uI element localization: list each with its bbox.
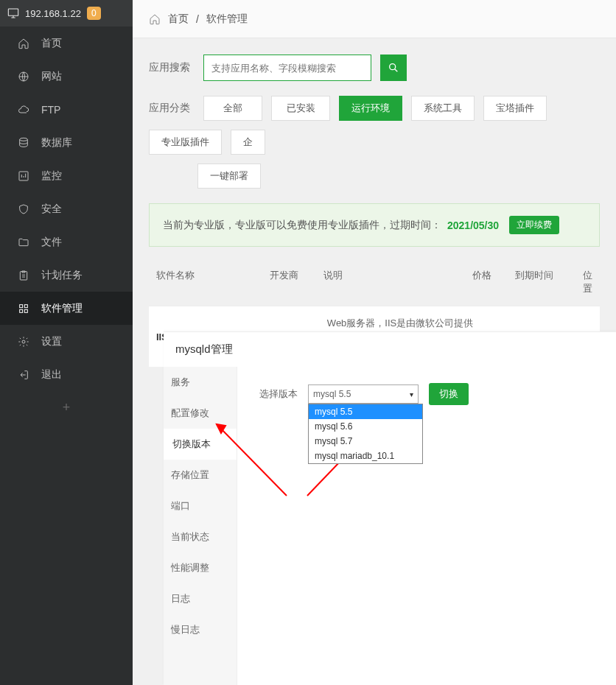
sidebar-item-software[interactable]: 软件管理 (0, 292, 133, 325)
sidebar-item-label: 文件 (41, 236, 62, 249)
sidebar-item-files[interactable]: 文件 (0, 225, 133, 259)
gear-icon (18, 336, 29, 348)
svg-rect-5 (20, 304, 23, 307)
breadcrumb-current: 软件管理 (206, 13, 248, 26)
sidebar-item-label: 网站 (41, 70, 62, 83)
modal-nav-service[interactable]: 服务 (164, 367, 237, 398)
svg-rect-8 (24, 309, 27, 312)
sidebar: 192.168.1.22 0 首页 网站 FTP 数据库 监控 安全 文件 计划… (0, 0, 133, 685)
home-icon (149, 13, 161, 25)
shield-icon (18, 203, 29, 215)
modal-nav-slowlog[interactable]: 慢日志 (164, 614, 237, 645)
th-price: 价格 (472, 269, 515, 295)
breadcrumb-home[interactable]: 首页 (168, 13, 189, 26)
search-icon (388, 62, 399, 74)
modal-nav: 服务 配置修改 切换版本 存储位置 端口 当前状态 性能调整 日志 慢日志 (164, 367, 237, 685)
cat-all[interactable]: 全部 (203, 96, 262, 121)
svg-point-2 (20, 138, 28, 141)
cat-pro-plugin[interactable]: 专业版插件 (149, 130, 222, 155)
clipboard-icon (18, 270, 29, 281)
sidebar-item-label: 设置 (41, 335, 62, 348)
sidebar-item-settings[interactable]: 设置 (0, 325, 133, 358)
category-row: 应用分类 全部 已安装 运行环境 系统工具 宝塔插件 专业版插件 企 (149, 96, 600, 155)
version-select-row: 选择版本 mysql 5.5 mysql 5.5 mysql 5.6 mysql… (259, 383, 594, 405)
modal-nav-status[interactable]: 当前状态 (164, 521, 237, 552)
svg-point-10 (390, 64, 396, 70)
grid-icon (18, 303, 29, 315)
search-input[interactable] (203, 55, 371, 81)
folder-icon (18, 236, 29, 248)
th-desc: 说明 (323, 269, 473, 295)
sidebar-item-label: 数据库 (41, 136, 72, 150)
sidebar-item-label: 计划任务 (41, 269, 83, 282)
sidebar-item-logout[interactable]: 退出 (0, 358, 133, 391)
breadcrumb-sep: / (196, 13, 199, 25)
modal-nav-config[interactable]: 配置修改 (164, 398, 237, 429)
modal-nav-performance[interactable]: 性能调整 (164, 552, 237, 583)
modal-body: 服务 配置修改 切换版本 存储位置 端口 当前状态 性能调整 日志 慢日志 选择… (164, 367, 616, 685)
notice-text: 当前为专业版，专业版可以免费使用专业版插件，过期时间： (163, 219, 441, 232)
cat-deploy[interactable]: 一键部署 (197, 164, 261, 189)
category-row2: 一键部署 (149, 164, 600, 189)
svg-point-9 (22, 340, 25, 343)
cat-system[interactable]: 系统工具 (411, 96, 475, 121)
cat-runtime[interactable]: 运行环境 (339, 96, 402, 121)
select-display[interactable]: mysql 5.5 (308, 384, 419, 404)
sidebar-item-database[interactable]: 数据库 (0, 126, 133, 159)
sidebar-item-label: 安全 (41, 203, 62, 216)
sidebar-item-label: 首页 (41, 37, 62, 50)
logout-icon (18, 369, 29, 381)
th-name: 软件名称 (156, 269, 270, 295)
cat-enterprise[interactable]: 企 (231, 130, 265, 155)
chart-icon (18, 170, 29, 182)
select-value: mysql 5.5 (313, 389, 351, 399)
select-label: 选择版本 (259, 387, 298, 401)
modal-nav-log[interactable]: 日志 (164, 583, 237, 614)
notification-badge[interactable]: 0 (87, 7, 101, 20)
option-mariadb101[interactable]: mysql mariadb_10.1 (309, 449, 422, 463)
cloud-icon (18, 104, 29, 116)
search-row: 应用搜索 (149, 55, 600, 81)
svg-rect-6 (24, 304, 27, 307)
globe-icon (18, 71, 29, 82)
option-mysql57[interactable]: mysql 5.7 (309, 434, 422, 449)
th-pos: 位置 (583, 269, 592, 295)
modal-nav-storage[interactable]: 存储位置 (164, 460, 237, 491)
sidebar-item-cron[interactable]: 计划任务 (0, 259, 133, 292)
breadcrumb: 首页 / 软件管理 (133, 0, 616, 38)
modal-nav-switch-version[interactable]: 切换版本 (164, 429, 237, 460)
database-icon (18, 137, 29, 149)
th-expire: 到期时间 (515, 269, 583, 295)
home-icon (18, 38, 29, 49)
modal-nav-port[interactable]: 端口 (164, 491, 237, 521)
sidebar-item-site[interactable]: 网站 (0, 60, 133, 93)
modal-title: mysqld管理 (164, 332, 616, 367)
option-mysql55[interactable]: mysql 5.5 (309, 404, 422, 419)
search-button[interactable] (380, 55, 407, 81)
mysqld-modal: mysqld管理 服务 配置修改 切换版本 存储位置 端口 当前状态 性能调整 … (164, 331, 616, 685)
option-mysql56[interactable]: mysql 5.6 (309, 419, 422, 434)
cat-installed[interactable]: 已安装 (271, 96, 330, 121)
renew-button[interactable]: 立即续费 (509, 216, 559, 234)
version-select[interactable]: mysql 5.5 mysql 5.5 mysql 5.6 mysql 5.7 … (308, 384, 419, 404)
add-icon[interactable]: + (0, 391, 133, 424)
sidebar-header: 192.168.1.22 0 (0, 0, 133, 27)
search-label: 应用搜索 (149, 61, 190, 74)
sidebar-item-label: FTP (41, 104, 60, 116)
sidebar-item-ftp[interactable]: FTP (0, 93, 133, 126)
svg-rect-7 (20, 309, 23, 312)
cat-bt-plugin[interactable]: 宝塔插件 (483, 96, 547, 121)
sidebar-item-security[interactable]: 安全 (0, 192, 133, 225)
switch-button[interactable]: 切换 (429, 383, 469, 405)
modal-panel: 选择版本 mysql 5.5 mysql 5.5 mysql 5.6 mysql… (237, 367, 616, 685)
sidebar-item-monitor[interactable]: 监控 (0, 159, 133, 192)
th-dev: 开发商 (270, 269, 323, 295)
version-dropdown: mysql 5.5 mysql 5.6 mysql 5.7 mysql mari… (308, 404, 423, 464)
sidebar-item-label: 监控 (41, 169, 62, 183)
sidebar-item-home[interactable]: 首页 (0, 27, 133, 60)
pro-notice: 当前为专业版，专业版可以免费使用专业版插件，过期时间： 2021/05/30 立… (149, 203, 600, 247)
table-header: 软件名称 开发商 说明 价格 到期时间 位置 (149, 259, 600, 306)
sidebar-item-label: 软件管理 (41, 302, 83, 315)
sidebar-item-label: 退出 (41, 368, 62, 382)
monitor-icon (7, 7, 19, 19)
